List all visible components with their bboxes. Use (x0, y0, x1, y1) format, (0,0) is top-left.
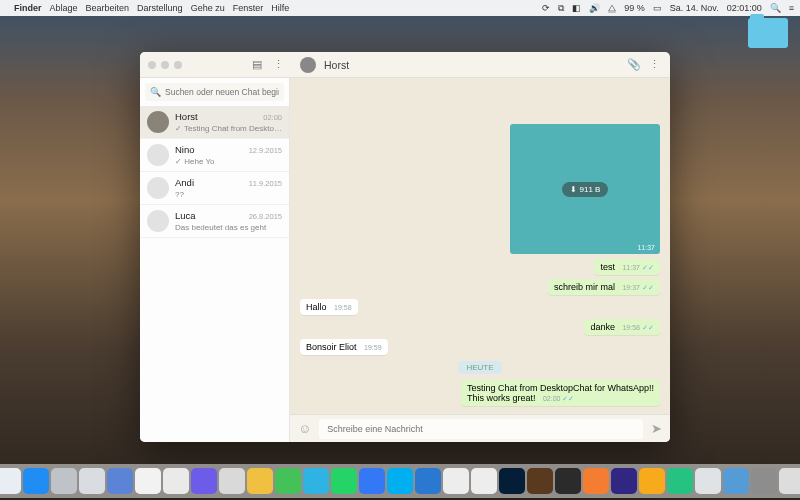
chat-preview: ✓ Hehe Yo (175, 157, 282, 166)
dock-app-icon[interactable] (247, 468, 273, 494)
image-message[interactable]: ⬇911 B 11:37 (510, 124, 660, 254)
dock-app-icon[interactable] (667, 468, 693, 494)
volume-icon[interactable]: 🔊 (589, 3, 600, 13)
message-text: danke (590, 322, 615, 332)
dock-app-icon[interactable] (303, 468, 329, 494)
message-time: 11:37 (622, 264, 640, 271)
chat-preview: ?? (175, 190, 282, 199)
traffic-lights[interactable] (148, 61, 182, 69)
download-button[interactable]: ⬇911 B (562, 182, 609, 197)
dock-app-icon[interactable] (135, 468, 161, 494)
message-text: schreib mir mal (554, 282, 615, 292)
message-time: 19:59 (364, 344, 382, 351)
wifi-icon[interactable]: ⧋ (608, 3, 616, 14)
message-bubble[interactable]: test 11:37✓✓ (594, 259, 660, 275)
dock-app-icon[interactable] (107, 468, 133, 494)
dropbox-icon[interactable]: ⧉ (558, 3, 564, 14)
dock-app-icon[interactable] (443, 468, 469, 494)
message-bubble[interactable]: Hallo 19:58 (300, 299, 358, 315)
message-time: 19:37 (622, 284, 640, 291)
notifications-icon[interactable]: ≡ (789, 3, 794, 13)
chat-preview: ✓ Testing Chat from DesktopChat … (175, 124, 282, 133)
spotlight-icon[interactable]: 🔍 (770, 3, 781, 13)
dock-app-icon[interactable] (527, 468, 553, 494)
chat-list-item[interactable]: Luca 26.8.2015 Das bedeutet das es geht (140, 205, 289, 238)
dock-app-icon[interactable] (583, 468, 609, 494)
dock-app-icon[interactable] (751, 468, 777, 494)
dock-app-icon[interactable] (723, 468, 749, 494)
menu-item[interactable]: Fenster (233, 3, 264, 13)
chat-time: 12.9.2015 (249, 146, 282, 155)
attach-icon[interactable]: 📎 (627, 58, 641, 71)
zoom-icon[interactable] (174, 61, 182, 69)
dock-app-icon[interactable] (555, 468, 581, 494)
avatar (147, 177, 169, 199)
menu-item[interactable]: Gehe zu (191, 3, 225, 13)
dock-app-icon[interactable] (471, 468, 497, 494)
message-text: test (600, 262, 615, 272)
message-text: Bonsoir Eliot (306, 342, 357, 352)
message-text: Testing Chat from DesktopChat for WhatsA… (467, 383, 654, 403)
avatar (147, 111, 169, 133)
new-chat-icon[interactable]: ▤ (252, 58, 262, 71)
message-bubble[interactable]: danke 19:58✓✓ (584, 319, 660, 335)
battery-icon[interactable]: ▭ (653, 3, 662, 13)
menu-item[interactable]: Bearbeiten (86, 3, 130, 13)
menu-icon[interactable]: ⋮ (273, 58, 284, 71)
message-bubble[interactable]: Bonsoir Eliot 19:59 (300, 339, 388, 355)
dock-app-icon[interactable] (51, 468, 77, 494)
dock-app-icon[interactable] (415, 468, 441, 494)
message-text: Hallo (306, 302, 327, 312)
desktop-folder-icon[interactable] (748, 18, 788, 48)
message-input[interactable] (319, 419, 643, 439)
avatar (147, 210, 169, 232)
search-input[interactable] (165, 87, 279, 97)
search-box[interactable]: 🔍 (145, 83, 284, 101)
chat-time: 11.9.2015 (249, 179, 282, 188)
dock-app-icon[interactable] (331, 468, 357, 494)
chat-title: Horst (324, 59, 619, 71)
chat-list-item[interactable]: Horst 02:00 ✓ Testing Chat from DesktopC… (140, 106, 289, 139)
file-size: 911 B (580, 185, 601, 194)
status-icon[interactable]: ⟳ (542, 3, 550, 13)
chat-pane: ⬇911 B 11:37 test 11:37✓✓ schreib mir ma… (290, 78, 670, 442)
chat-list-item[interactable]: Andi 11.9.2015 ?? (140, 172, 289, 205)
menu-item[interactable]: Hilfe (271, 3, 289, 13)
desktopchat-window: ▤ ⋮ Horst 📎 ⋮ 🔍 Horst 02:00 ✓ Testing Ch… (140, 52, 670, 442)
dock-app-icon[interactable] (639, 468, 665, 494)
dock-app-icon[interactable] (23, 468, 49, 494)
read-ticks-icon: ✓✓ (562, 395, 574, 402)
menu-date[interactable]: Sa. 14. Nov. (670, 3, 719, 13)
chat-list-item[interactable]: Nino 12.9.2015 ✓ Hehe Yo (140, 139, 289, 172)
chat-avatar[interactable] (300, 57, 316, 73)
dock-app-icon[interactable] (79, 468, 105, 494)
dock-app-icon[interactable] (0, 468, 21, 494)
dock-app-icon[interactable] (219, 468, 245, 494)
menu-item[interactable]: Ablage (50, 3, 78, 13)
menu-item[interactable]: Darstellung (137, 3, 183, 13)
chat-menu-icon[interactable]: ⋮ (649, 58, 660, 71)
dock-app-icon[interactable] (779, 468, 800, 494)
status-icon[interactable]: ◧ (572, 3, 581, 13)
message-bubble[interactable]: schreib mir mal 19:37✓✓ (548, 279, 660, 295)
dock-app-icon[interactable] (499, 468, 525, 494)
dock-app-icon[interactable] (387, 468, 413, 494)
message-scroll[interactable]: ⬇911 B 11:37 test 11:37✓✓ schreib mir ma… (290, 78, 670, 414)
chat-list: Horst 02:00 ✓ Testing Chat from DesktopC… (140, 106, 289, 442)
battery-percent[interactable]: 99 % (624, 3, 645, 13)
dock-app-icon[interactable] (695, 468, 721, 494)
emoji-icon[interactable]: ☺ (298, 421, 311, 436)
dock-app-icon[interactable] (359, 468, 385, 494)
message-bubble[interactable]: Testing Chat from DesktopChat for WhatsA… (461, 380, 660, 406)
dock-app-icon[interactable] (191, 468, 217, 494)
dock-app-icon[interactable] (163, 468, 189, 494)
close-icon[interactable] (148, 61, 156, 69)
active-app-name[interactable]: Finder (14, 3, 42, 13)
dock-app-icon[interactable] (275, 468, 301, 494)
message-time: 19:58 (622, 324, 640, 331)
menu-time[interactable]: 02:01:00 (727, 3, 762, 13)
read-ticks-icon: ✓✓ (642, 264, 654, 271)
dock-app-icon[interactable] (611, 468, 637, 494)
send-icon[interactable]: ➤ (651, 421, 662, 436)
minimize-icon[interactable] (161, 61, 169, 69)
